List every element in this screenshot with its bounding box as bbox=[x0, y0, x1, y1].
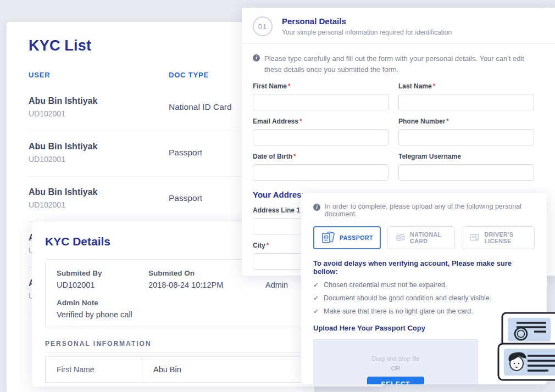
list-item: ✓ Chosen credential must not be expaired… bbox=[313, 281, 535, 289]
info-icon: i bbox=[313, 204, 320, 211]
doc-option-passport[interactable]: PASSPORT bbox=[313, 226, 381, 249]
id-card-front bbox=[502, 313, 555, 346]
required-asterisk: * bbox=[299, 117, 302, 125]
personal-details-title: Personal Details bbox=[282, 16, 452, 26]
doc-option-national-card[interactable]: NATIONAL CARD bbox=[387, 226, 455, 249]
telegram-label: Telegram Username bbox=[398, 153, 534, 160]
email-label: Email Address* bbox=[253, 117, 389, 125]
dropzone-hint: Drag and drop file bbox=[371, 355, 419, 362]
file-dropzone[interactable]: Drag and drop file OR SELECT bbox=[313, 339, 478, 384]
select-file-button[interactable]: SELECT bbox=[367, 377, 424, 385]
drivers-license-icon bbox=[469, 232, 480, 244]
required-asterisk: * bbox=[446, 117, 449, 125]
list-item: ✓ Document should be good condition and … bbox=[313, 294, 535, 302]
dropzone-or-separator: OR bbox=[391, 365, 401, 372]
submitted-by-value: UD102001 bbox=[57, 281, 148, 289]
email-field[interactable] bbox=[253, 129, 389, 145]
upload-notice-text: In order to complete, please upload any … bbox=[325, 203, 535, 218]
required-asterisk: * bbox=[267, 242, 269, 249]
dob-label: Date of Birth* bbox=[253, 153, 389, 160]
column-header-user[interactable]: USER bbox=[29, 71, 169, 79]
kyc-admin-screen: { "colors": { "page_bg": "#e7eaf0", "tit… bbox=[0, 0, 555, 392]
doc-option-label: DRIVER'S LICENSE bbox=[484, 231, 527, 244]
passport-icon bbox=[321, 232, 335, 244]
form-notice-text: Please type carefully and fill out the f… bbox=[264, 53, 543, 75]
id-cards-illustration bbox=[493, 307, 555, 390]
personal-details-subtitle: Your simple personal information require… bbox=[282, 29, 452, 36]
national-card-icon bbox=[395, 232, 406, 244]
user-id: UD102001 bbox=[29, 200, 169, 209]
step-number-badge: 01 bbox=[253, 16, 273, 36]
info-icon: i bbox=[253, 54, 260, 61]
user-id: UD102001 bbox=[29, 155, 169, 164]
tips-title: To avoid delays when verifying account, … bbox=[313, 259, 535, 276]
field-label-cell: First Name bbox=[46, 357, 142, 382]
user-name: Abu Bin Ishtiyak bbox=[29, 187, 169, 197]
check-icon: ✓ bbox=[313, 281, 319, 289]
id-card-photo bbox=[498, 344, 555, 380]
check-icon: ✓ bbox=[313, 294, 319, 302]
first-name-field[interactable] bbox=[253, 94, 389, 110]
doc-option-label: PASSPORT bbox=[340, 234, 373, 241]
telegram-field[interactable] bbox=[398, 164, 534, 181]
phone-label: Phone Number* bbox=[398, 117, 534, 125]
submitted-by-label: Submited By bbox=[57, 269, 148, 277]
last-name-label: Last Name* bbox=[398, 82, 534, 90]
required-asterisk: * bbox=[293, 153, 296, 160]
required-asterisk: * bbox=[433, 82, 436, 90]
user-name: Abu Bin Ishtiyak bbox=[29, 142, 169, 152]
phone-field[interactable] bbox=[398, 129, 534, 145]
doc-option-label: NATIONAL CARD bbox=[410, 231, 447, 244]
last-name-field[interactable] bbox=[398, 94, 534, 110]
required-asterisk: * bbox=[288, 82, 291, 90]
submitted-on-value: 2018-08-24 10:12PM bbox=[148, 281, 265, 289]
dob-field[interactable] bbox=[253, 164, 389, 181]
user-id: UD102001 bbox=[29, 109, 169, 118]
check-icon: ✓ bbox=[313, 307, 319, 315]
first-name-label: First Name* bbox=[253, 82, 389, 90]
user-name: Abu Bin Ishtiyak bbox=[29, 96, 169, 106]
doc-option-drivers-license[interactable]: DRIVER'S LICENSE bbox=[462, 226, 535, 249]
